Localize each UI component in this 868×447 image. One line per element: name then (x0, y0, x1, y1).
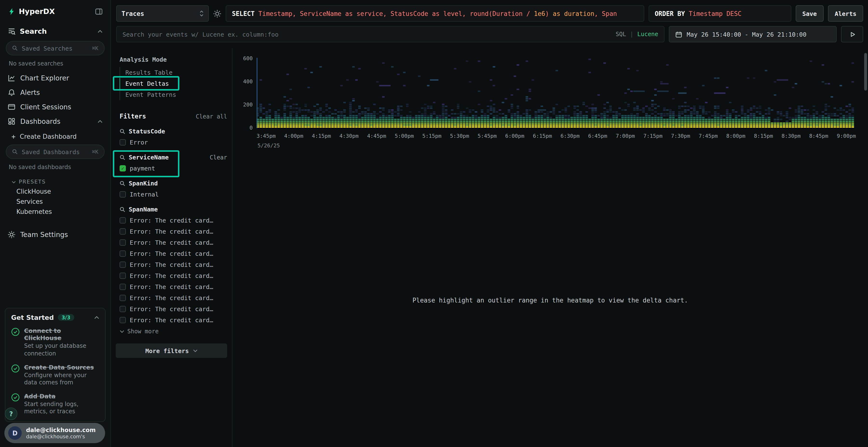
x-axis-tick: 3:45pm (256, 133, 276, 139)
chevron-up-icon[interactable] (97, 30, 103, 33)
chevron-up-icon[interactable] (97, 120, 103, 123)
x-axis-tick: 7:30pm (671, 133, 690, 139)
filter-option[interactable]: ✓payment (120, 165, 227, 172)
filter-option[interactable]: Error (120, 139, 227, 146)
sidebar-item-chart-explorer[interactable]: Chart Explorer (0, 71, 111, 85)
chevron-down-icon (120, 330, 124, 333)
checkbox-checked[interactable]: ✓ (120, 165, 126, 171)
sql-token: Timestamp DESC (689, 10, 741, 17)
checkbox[interactable] (120, 217, 126, 224)
user-menu[interactable]: D dale@clickhouse.com dale@clickhouse.co… (4, 423, 105, 443)
filter-option[interactable]: Error: The credit card … (120, 239, 227, 246)
x-axis-date-label: 5/26/25 (257, 143, 280, 149)
heatmap-canvas[interactable] (256, 58, 856, 128)
filter-group-header: StatusCode (120, 128, 227, 135)
get-started-item[interactable]: Create Data SourcesConfigure where your … (11, 364, 99, 386)
get-started-header[interactable]: Get Started 3/3 (11, 314, 99, 321)
x-axis-tick: 4:15pm (312, 133, 331, 139)
nav-label: Client Sessions (20, 103, 71, 111)
mode-sql-toggle[interactable]: SQL (616, 31, 626, 38)
more-filters-button[interactable]: More filters (116, 343, 227, 358)
get-started-item[interactable]: Add DataStart sending logs, metrics, or … (11, 392, 99, 416)
save-button[interactable]: Save (796, 5, 824, 22)
main-content: 6004002000 3:45pm4:00pm4:15pm4:30pm4:45p… (232, 48, 868, 447)
clear-filter-button[interactable]: Clear (210, 154, 227, 161)
analysis-option-event-deltas[interactable]: Event Deltas (120, 78, 232, 89)
checkbox[interactable] (120, 139, 126, 145)
filter-option[interactable]: Error: The credit card … (120, 228, 227, 235)
preset-services[interactable]: Services (0, 197, 111, 207)
chart-line-icon (8, 74, 16, 82)
heatmap-chart[interactable]: 6004002000 3:45pm4:00pm4:15pm4:30pm4:45p… (232, 48, 868, 193)
checkbox[interactable] (120, 306, 126, 312)
filter-option[interactable]: Internal (120, 191, 227, 198)
show-more-link[interactable]: Show more (120, 328, 227, 335)
get-started-item[interactable]: Connect to ClickHouseSet up your databas… (11, 327, 99, 358)
x-axis-tick: 7:45pm (699, 133, 718, 139)
check-circle-icon (11, 364, 20, 373)
user-email: dale@clickhouse.com (26, 427, 96, 434)
source-settings-gear-icon[interactable] (213, 9, 221, 18)
x-axis-tick: 8:15pm (754, 133, 773, 139)
clear-all-filters-button[interactable]: Clear all (196, 113, 227, 120)
x-axis: 3:45pm4:00pm4:15pm4:30pm4:45pm5:00pm5:15… (256, 133, 856, 139)
sql-select-editor[interactable]: SELECT Timestamp, ServiceName as service… (226, 5, 644, 22)
date-range-picker[interactable]: May 26 15:40:00 - May 26 21:10:00 (669, 26, 837, 42)
sidebar-collapse-icon[interactable] (95, 8, 103, 15)
checkbox[interactable] (120, 295, 126, 301)
saved-searches-input[interactable]: Saved Searches ⌘K (6, 41, 105, 56)
filter-option[interactable]: Error: The credit card … (120, 217, 227, 224)
checkbox[interactable] (120, 317, 126, 323)
mode-lucene-toggle[interactable]: Lucene (637, 31, 658, 38)
saved-dashboards-input[interactable]: Saved Dashboards ⌘K (6, 144, 105, 159)
checkbox[interactable] (120, 284, 126, 290)
x-axis-tick: 5:30pm (450, 133, 469, 139)
x-axis-tick: 6:30pm (561, 133, 580, 139)
checkbox[interactable] (120, 228, 126, 235)
topbar: Traces SELECT Timestamp, ServiceName as … (111, 0, 868, 48)
x-axis-tick: 5:45pm (478, 133, 497, 139)
scrollbar-thumb[interactable] (864, 53, 867, 91)
checkbox[interactable] (120, 191, 126, 198)
x-axis-tick: 4:00pm (284, 133, 304, 139)
checkbox[interactable] (120, 262, 126, 268)
help-button[interactable]: ? (5, 408, 18, 420)
run-query-button[interactable] (841, 26, 863, 42)
filter-option[interactable]: Error: The credit card … (120, 316, 227, 324)
sidebar-item-alerts[interactable]: Alerts (0, 85, 111, 100)
sidebar-item-search[interactable]: Search (0, 22, 111, 39)
filter-option[interactable]: Error: The credit card … (120, 250, 227, 257)
sql-orderby-editor[interactable]: ORDER BY Timestamp DESC (648, 5, 791, 22)
filter-option[interactable]: Error: The credit card … (120, 261, 227, 268)
checkbox[interactable] (120, 273, 126, 279)
checkbox[interactable] (120, 250, 126, 257)
x-axis-tick: 4:45pm (367, 133, 386, 139)
sidebar-item-dashboards[interactable]: Dashboards (0, 114, 111, 129)
preset-kubernetes[interactable]: Kubernetes (0, 207, 111, 217)
analysis-option-event-patterns[interactable]: Event Patterns (120, 89, 232, 100)
filter-option[interactable]: Error: The credit card … (120, 294, 227, 302)
analysis-option-results-table[interactable]: Results Table (120, 67, 232, 78)
alerts-button[interactable]: Alerts (828, 5, 863, 22)
sidebar-item-team-settings[interactable]: Team Settings (0, 227, 111, 242)
chevron-up-icon[interactable] (94, 316, 99, 319)
sql-token: as duration (553, 10, 594, 17)
filter-option[interactable]: Error: The credit card … (120, 283, 227, 290)
preset-clickhouse[interactable]: ClickHouse (0, 186, 111, 197)
sidebar-item-client-sessions[interactable]: Client Sessions (0, 100, 111, 114)
event-search-input[interactable] (123, 31, 612, 38)
event-search-box[interactable]: SQL | Lucene (116, 26, 664, 42)
search-icon (120, 154, 125, 160)
filter-option[interactable]: Error: The credit card … (120, 305, 227, 313)
filter-option-label: Error: The credit card … (130, 239, 216, 246)
x-axis-tick: 8:00pm (726, 133, 745, 139)
create-dashboard-button[interactable]: Create Dashboard (0, 129, 111, 143)
app-logo[interactable]: HyperDX (8, 7, 55, 16)
filter-option[interactable]: Error: The credit card … (120, 272, 227, 279)
checkbox[interactable] (120, 239, 126, 246)
filter-group-spankind: SpanKindInternal (111, 180, 232, 198)
filters-title: Filters (120, 113, 146, 120)
presets-section-toggle[interactable]: PRESETS (0, 174, 111, 186)
create-dashboard-label: Create Dashboard (20, 133, 77, 140)
source-select[interactable]: Traces (116, 5, 209, 22)
